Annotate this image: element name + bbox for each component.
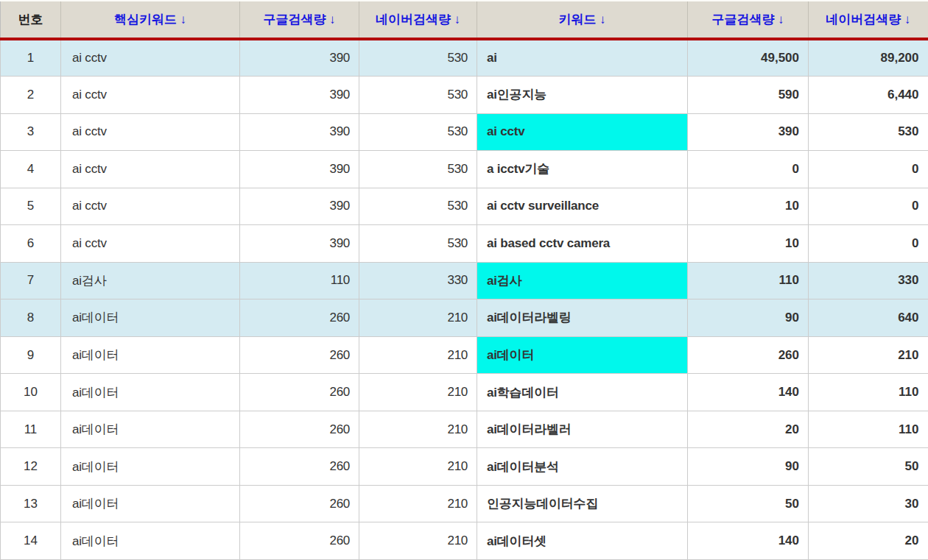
core-keyword-cell: ai cctv xyxy=(61,188,240,225)
google-volume-keyword-cell: 0 xyxy=(688,151,809,188)
column-header-google-volume-keyword[interactable]: 구글검색량 ↓ xyxy=(688,1,809,39)
google-volume-keyword-cell: 90 xyxy=(688,300,809,337)
naver-volume-keyword-cell: 210 xyxy=(809,336,928,374)
google-volume-core-cell: 390 xyxy=(240,151,359,188)
column-header-naver-volume-core[interactable]: 네이버검색량 ↓ xyxy=(359,1,477,39)
core-keyword-cell: ai데이터 xyxy=(61,522,240,560)
naver-volume-core-cell: 530 xyxy=(359,151,477,188)
google-volume-core-cell: 260 xyxy=(240,374,359,411)
table-row: 12ai데이터260210ai데이터분석9050 xyxy=(1,448,928,486)
sort-descending-icon: ↓ xyxy=(600,13,606,26)
table-row: 2ai cctv390530ai인공지능5906,440 xyxy=(1,77,928,114)
google-volume-core-cell: 260 xyxy=(240,411,359,448)
table-row: 14ai데이터260210ai데이터셋14020 xyxy=(1,522,928,560)
naver-volume-core-cell: 530 xyxy=(359,113,477,151)
sort-descending-icon: ↓ xyxy=(454,13,461,26)
related-keyword-cell: ai학습데이터 xyxy=(477,374,688,411)
row-number-cell: 2 xyxy=(1,77,61,114)
row-number-cell: 8 xyxy=(1,300,61,337)
row-number-cell: 12 xyxy=(1,448,61,486)
row-number-cell: 13 xyxy=(1,485,61,522)
google-volume-core-cell: 260 xyxy=(240,448,359,486)
header-label: 키워드 xyxy=(558,13,596,26)
related-keyword-cell: ai데이터분석 xyxy=(477,448,688,486)
table-row: 4ai cctv390530a icctv기술00 xyxy=(1,151,928,188)
table-body: 1ai cctv390530ai49,50089,2002ai cctv3905… xyxy=(1,39,928,560)
google-volume-core-cell: 390 xyxy=(240,113,359,151)
core-keyword-cell: ai cctv xyxy=(61,39,240,77)
google-volume-keyword-cell: 260 xyxy=(688,336,809,374)
row-number-cell: 9 xyxy=(1,336,61,374)
core-keyword-cell: ai데이터 xyxy=(61,448,240,486)
related-keyword-cell: ai데이터라벨러 xyxy=(477,411,688,448)
naver-volume-keyword-cell: 640 xyxy=(809,300,928,337)
keyword-volume-table: 번호 핵심키워드 ↓ 구글검색량 ↓ 네이버검색량 ↓ 키워드 ↓ 구글검색량 … xyxy=(0,0,928,560)
related-keyword-cell: ai데이터셋 xyxy=(477,522,688,560)
naver-volume-keyword-cell: 6,440 xyxy=(809,77,928,114)
google-volume-core-cell: 390 xyxy=(240,188,359,225)
google-volume-keyword-cell: 49,500 xyxy=(688,39,809,77)
naver-volume-keyword-cell: 330 xyxy=(809,262,928,300)
core-keyword-cell: ai cctv xyxy=(61,151,240,188)
naver-volume-keyword-cell: 89,200 xyxy=(809,39,928,77)
google-volume-core-cell: 260 xyxy=(240,522,359,560)
related-keyword-cell: 인공지능데이터수집 xyxy=(477,485,688,522)
naver-volume-core-cell: 530 xyxy=(359,225,477,263)
sort-descending-icon: ↓ xyxy=(904,13,911,26)
google-volume-keyword-cell: 50 xyxy=(688,485,809,522)
header-row: 번호 핵심키워드 ↓ 구글검색량 ↓ 네이버검색량 ↓ 키워드 ↓ 구글검색량 … xyxy=(1,1,928,39)
google-volume-keyword-cell: 10 xyxy=(688,188,809,225)
naver-volume-keyword-cell: 30 xyxy=(809,485,928,522)
related-keyword-cell: ai xyxy=(477,39,688,77)
table-row: 8ai데이터260210ai데이터라벨링90640 xyxy=(1,300,928,337)
sort-descending-icon: ↓ xyxy=(180,13,187,26)
table-row: 13ai데이터260210인공지능데이터수집5030 xyxy=(1,485,928,522)
core-keyword-cell: ai데이터 xyxy=(61,411,240,448)
row-number-cell: 10 xyxy=(1,374,61,411)
google-volume-core-cell: 260 xyxy=(240,485,359,522)
naver-volume-keyword-cell: 0 xyxy=(809,151,928,188)
google-volume-core-cell: 260 xyxy=(240,336,359,374)
google-volume-core-cell: 110 xyxy=(240,262,359,300)
google-volume-core-cell: 260 xyxy=(240,300,359,337)
table-header: 번호 핵심키워드 ↓ 구글검색량 ↓ 네이버검색량 ↓ 키워드 ↓ 구글검색량 … xyxy=(1,1,928,39)
row-number-cell: 5 xyxy=(1,188,61,225)
google-volume-keyword-cell: 20 xyxy=(688,411,809,448)
google-volume-core-cell: 390 xyxy=(240,39,359,77)
column-header-naver-volume-keyword[interactable]: 네이버검색량 ↓ xyxy=(809,1,928,39)
naver-volume-core-cell: 210 xyxy=(359,411,477,448)
google-volume-keyword-cell: 110 xyxy=(688,262,809,300)
row-number-cell: 11 xyxy=(1,411,61,448)
row-number-cell: 14 xyxy=(1,522,61,560)
naver-volume-core-cell: 210 xyxy=(359,448,477,486)
naver-volume-core-cell: 530 xyxy=(359,77,477,114)
google-volume-core-cell: 390 xyxy=(240,225,359,263)
naver-volume-core-cell: 210 xyxy=(359,374,477,411)
naver-volume-keyword-cell: 110 xyxy=(809,411,928,448)
column-header-google-volume-core[interactable]: 구글검색량 ↓ xyxy=(240,1,359,39)
row-number-cell: 1 xyxy=(1,39,61,77)
naver-volume-core-cell: 530 xyxy=(359,188,477,225)
google-volume-keyword-cell: 90 xyxy=(688,448,809,486)
column-header-core-keyword[interactable]: 핵심키워드 ↓ xyxy=(61,1,240,39)
sort-descending-icon: ↓ xyxy=(778,13,784,26)
header-label: 네이버검색량 xyxy=(376,13,451,26)
related-keyword-cell: ai based cctv camera xyxy=(477,225,688,263)
core-keyword-cell: ai데이터 xyxy=(61,374,240,411)
table-row: 5ai cctv390530ai cctv surveillance100 xyxy=(1,188,928,225)
naver-volume-keyword-cell: 50 xyxy=(809,448,928,486)
row-number-cell: 6 xyxy=(1,225,61,263)
column-header-keyword[interactable]: 키워드 ↓ xyxy=(477,1,688,39)
header-label: 구글검색량 xyxy=(263,13,326,26)
table-row: 6ai cctv390530ai based cctv camera100 xyxy=(1,225,928,263)
header-label: 구글검색량 xyxy=(711,13,774,26)
related-keyword-cell: ai데이터 xyxy=(477,336,688,374)
naver-volume-keyword-cell: 0 xyxy=(809,188,928,225)
naver-volume-core-cell: 530 xyxy=(359,39,477,77)
naver-volume-core-cell: 210 xyxy=(359,300,477,337)
naver-volume-keyword-cell: 20 xyxy=(809,522,928,560)
naver-volume-keyword-cell: 110 xyxy=(809,374,928,411)
naver-volume-core-cell: 210 xyxy=(359,485,477,522)
row-number-cell: 3 xyxy=(1,113,61,151)
google-volume-keyword-cell: 140 xyxy=(688,522,809,560)
